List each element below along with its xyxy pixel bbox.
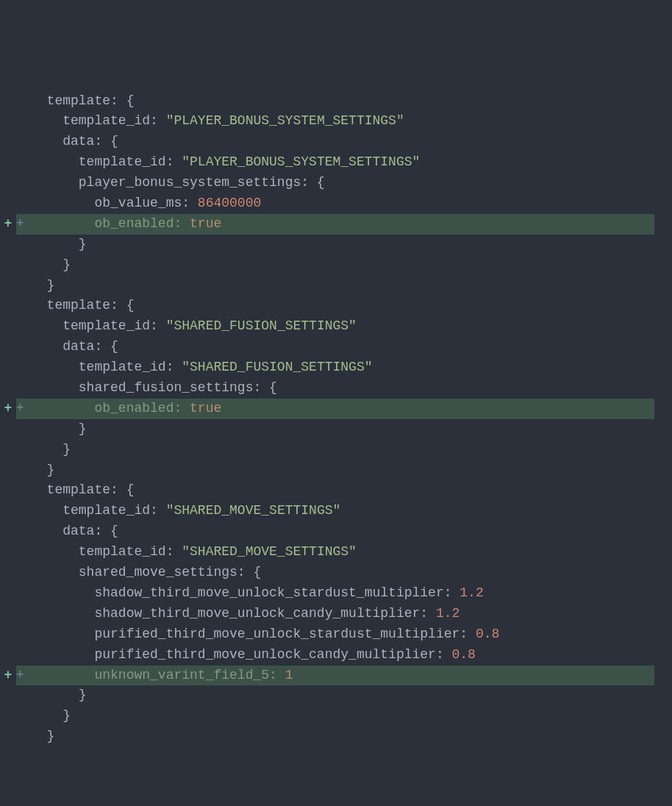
- token-k: ob_enabled: [94, 216, 174, 231]
- diff-inline-marker: [16, 276, 31, 296]
- token-k: shared_move_settings: [79, 565, 237, 579]
- token-p: }: [47, 729, 55, 743]
- token-k: unknown_varint_field_5: [94, 668, 269, 682]
- diff-gutter: [0, 521, 16, 542]
- token-p: :: [166, 544, 182, 559]
- token-k: template_id: [79, 360, 166, 374]
- code-content: data: {: [31, 132, 118, 152]
- diff-inline-marker: [16, 480, 31, 501]
- code-line: }: [0, 255, 672, 276]
- diff-gutter: +: [0, 666, 16, 686]
- diff-gutter: [0, 542, 16, 563]
- token-p: :: [182, 196, 198, 210]
- token-p: :: [166, 360, 182, 374]
- code-line: template_id: "SHARED_FUSION_SETTINGS": [0, 316, 672, 337]
- token-k: ob_enabled: [94, 401, 174, 416]
- token-p: :: [150, 503, 166, 518]
- code-content: }: [31, 460, 54, 481]
- code-content: data: {: [31, 337, 118, 357]
- token-p: }: [62, 257, 71, 272]
- diff-inline-marker: [16, 563, 31, 583]
- code-content: }: [31, 706, 71, 727]
- code-content: player_bonus_system_settings: {: [31, 173, 325, 193]
- diff-inline-marker: [16, 460, 31, 481]
- token-n: 1: [285, 668, 293, 682]
- code-content: data: {: [31, 521, 118, 542]
- code-line: shadow_third_move_unlock_stardust_multip…: [0, 583, 672, 604]
- diff-gutter: [0, 624, 16, 645]
- diff-inline-marker: +: [16, 214, 31, 235]
- token-n: 0.8: [476, 627, 499, 641]
- diff-inline-marker: [16, 235, 31, 255]
- code-content: template: {: [31, 91, 134, 112]
- token-p: }: [79, 421, 87, 436]
- diff-inline-marker: [16, 440, 31, 460]
- code-line: shared_move_settings: {: [0, 563, 672, 583]
- diff-gutter: [0, 132, 16, 152]
- code-line: data: {: [0, 521, 672, 542]
- code-line: }: [0, 460, 672, 481]
- token-p: : {: [110, 482, 134, 497]
- diff-gutter: [0, 645, 16, 666]
- code-line: ++ ob_enabled: true: [0, 399, 672, 419]
- token-k: ob_value_ms: [94, 196, 182, 210]
- token-p: :: [460, 627, 476, 641]
- token-p: }: [79, 237, 87, 252]
- diff-gutter: [0, 193, 16, 214]
- diff-inline-marker: [16, 193, 31, 214]
- token-p: :: [436, 647, 452, 662]
- code-content: }: [31, 276, 54, 296]
- diff-inline-marker: [16, 255, 31, 276]
- token-k: shadow_third_move_unlock_candy_multiplie…: [94, 606, 420, 621]
- token-p: :: [444, 585, 460, 600]
- diff-gutter: [0, 460, 16, 481]
- diff-inline-marker: [16, 152, 31, 173]
- token-s: "SHARED_FUSION_SETTINGS": [166, 318, 357, 333]
- diff-inline-marker: [16, 583, 31, 604]
- code-line: template: {: [0, 296, 672, 316]
- token-b: true: [190, 216, 221, 231]
- code-line: template_id: "SHARED_MOVE_SETTINGS": [0, 542, 672, 563]
- token-p: :: [269, 668, 285, 682]
- token-p: : {: [110, 298, 134, 313]
- diff-gutter: [0, 337, 16, 357]
- code-content: shadow_third_move_unlock_stardust_multip…: [31, 583, 484, 604]
- code-line: }: [0, 727, 672, 747]
- token-s: "SHARED_MOVE_SETTINGS": [166, 503, 341, 518]
- token-n: 0.8: [452, 647, 476, 662]
- code-line: template_id: "PLAYER_BONUS_SYSTEM_SETTIN…: [0, 111, 672, 132]
- diff-inline-marker: [16, 357, 31, 378]
- code-line: player_bonus_system_settings: {: [0, 173, 672, 193]
- token-k: template: [47, 93, 110, 108]
- token-p: :: [420, 606, 436, 621]
- code-content: purified_third_move_unlock_stardust_mult…: [31, 624, 499, 645]
- diff-inline-marker: [16, 501, 31, 521]
- token-s: "SHARED_FUSION_SETTINGS": [182, 360, 372, 374]
- token-p: : {: [110, 93, 134, 108]
- code-content: template_id: "PLAYER_BONUS_SYSTEM_SETTIN…: [31, 152, 420, 173]
- diff-inline-marker: [16, 316, 31, 337]
- diff-inline-marker: [16, 337, 31, 357]
- code-content: shared_fusion_settings: {: [31, 378, 277, 399]
- diff-gutter: [0, 583, 16, 604]
- diff-gutter: [0, 563, 16, 583]
- diff-gutter: [0, 706, 16, 727]
- token-p: }: [62, 442, 71, 457]
- code-content: ob_enabled: true: [31, 214, 221, 235]
- diff-inline-marker: +: [16, 666, 31, 686]
- code-content: }: [31, 727, 54, 747]
- code-content: }: [31, 440, 71, 460]
- code-content: template_id: "PLAYER_BONUS_SYSTEM_SETTIN…: [31, 111, 404, 132]
- code-line: }: [0, 685, 672, 706]
- code-line: template: {: [0, 91, 672, 112]
- token-k: template: [47, 482, 110, 497]
- diff-inline-marker: [16, 521, 31, 542]
- token-p: : {: [94, 134, 118, 149]
- diff-gutter: [0, 235, 16, 255]
- code-content: template_id: "SHARED_FUSION_SETTINGS": [31, 357, 373, 378]
- diff-gutter: [0, 152, 16, 173]
- token-n: 1.2: [436, 606, 460, 621]
- code-line: ++ ob_enabled: true: [0, 214, 672, 235]
- token-k: template_id: [79, 154, 166, 169]
- code-line: }: [0, 706, 672, 727]
